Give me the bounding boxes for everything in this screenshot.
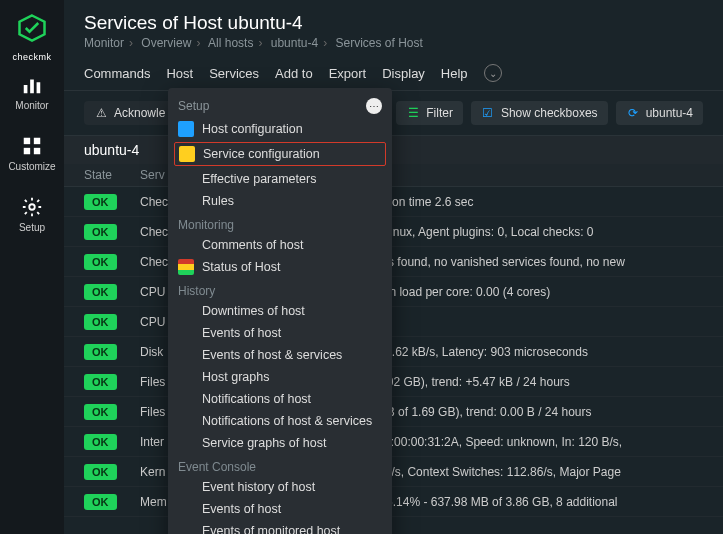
menu-addto[interactable]: Add to: [275, 66, 313, 81]
filter-label: Filter: [426, 106, 453, 120]
dropdown-item[interactable]: Service configuration: [174, 142, 386, 166]
host-label: ubuntu-4: [646, 106, 693, 120]
graph-icon: [178, 369, 194, 385]
dropdown-item[interactable]: Notifications of host & services: [168, 410, 392, 432]
show-checkboxes-button[interactable]: ☑ Show checkboxes: [471, 101, 608, 125]
main: Services of Host ubuntu-4 Monitor› Overv…: [64, 0, 723, 534]
evths-icon: [178, 347, 194, 363]
dropdown-item-label: Host configuration: [202, 122, 303, 136]
dropdown-section-title: Event Console: [168, 454, 392, 476]
state-badge: OK: [84, 434, 117, 450]
logo[interactable]: [12, 8, 52, 48]
table-header: State Serv y: [64, 164, 723, 187]
state-cell: OK: [84, 285, 140, 299]
evtlist-icon: [178, 501, 194, 517]
dropdown-item-label: Rules: [202, 194, 234, 208]
table-row[interactable]: OKCPUJ: 1.25%: [64, 307, 723, 337]
dropdown-item[interactable]: Rules: [168, 190, 392, 212]
bars-icon: [21, 74, 43, 96]
evtlist-icon: [178, 479, 194, 495]
table-row[interactable]: OKChecnitored services found, no vanishe…: [64, 247, 723, 277]
menu-services[interactable]: Services: [209, 66, 259, 81]
breadcrumb-item[interactable]: All hosts: [208, 36, 253, 50]
breadcrumb-item[interactable]: ubuntu-4: [271, 36, 318, 50]
state-cell: OK: [84, 375, 140, 389]
table-row[interactable]: OKCPUad: 0.01, 15 min load per core: 0.0…: [64, 277, 723, 307]
dropdown-item[interactable]: Event history of host: [168, 476, 392, 498]
dropdown-item-label: Effective parameters: [202, 172, 316, 186]
table-row[interactable]: OKFilessed (5.91 of 8.02 GB), trend: +5.…: [64, 367, 723, 397]
state-cell: OK: [84, 195, 140, 209]
state-cell: OK: [84, 255, 140, 269]
state-badge: OK: [84, 404, 117, 420]
svg-rect-5: [34, 138, 40, 144]
table-row[interactable]: OKFilessed (322.56 MB of 1.69 GB), trend…: [64, 397, 723, 427]
state-cell: OK: [84, 435, 140, 449]
breadcrumb-item[interactable]: Overview: [141, 36, 191, 50]
params-icon: [178, 171, 194, 187]
svg-rect-2: [30, 80, 34, 94]
acknowledge-label: Acknowle: [114, 106, 165, 120]
sidebar-item-label: Monitor: [15, 100, 48, 111]
service-table: State Serv y OKChecuccess, execution tim…: [64, 164, 723, 517]
dropdown-section-title: Monitoring: [168, 212, 392, 234]
dropdown-section-title: History: [168, 278, 392, 300]
svcgraph-icon: [178, 435, 194, 451]
dropdown-item[interactable]: Service graphs of host: [168, 432, 392, 454]
chevron-circle-icon[interactable]: ⌄: [484, 64, 502, 82]
dropdown-item[interactable]: Notifications of host: [168, 388, 392, 410]
dropdown-item[interactable]: Events of monitored host: [168, 520, 392, 534]
menu-export[interactable]: Export: [329, 66, 367, 81]
dropdown-item-label: Events of monitored host: [202, 524, 340, 534]
state-badge: OK: [84, 344, 117, 360]
dropdown-item[interactable]: Events of host: [168, 322, 392, 344]
table-row[interactable]: OKMemual memory: 16.14% - 637.98 MB of 3…: [64, 487, 723, 517]
logo-text: checkmk: [12, 52, 51, 62]
table-row[interactable]: OKDisk00 B/s, Write: 4.62 kB/s, Latency:…: [64, 337, 723, 367]
dropdown-item[interactable]: Events of host: [168, 498, 392, 520]
state-badge: OK: [84, 224, 117, 240]
evtlist-icon: [178, 523, 194, 534]
host-dropdown: Setup ⋯ Host configurationService config…: [168, 88, 392, 534]
state-badge: OK: [84, 314, 117, 330]
filter-button[interactable]: ☰ Filter: [396, 101, 463, 125]
svg-rect-4: [24, 138, 30, 144]
col-header-state[interactable]: State: [84, 168, 140, 182]
menu-host[interactable]: Host: [166, 66, 193, 81]
page-title: Services of Host ubuntu-4: [84, 12, 703, 34]
state-badge: OK: [84, 254, 117, 270]
table-row[interactable]: OKChecuccess, execution time 2.6 sec: [64, 187, 723, 217]
dropdown-item-label: Service configuration: [203, 147, 320, 161]
menubar: Commands Host Services Add to Export Dis…: [64, 56, 723, 91]
table-row[interactable]: OKChec2.1.0p11, OS: linux, Agent plugins…: [64, 217, 723, 247]
menu-display[interactable]: Display: [382, 66, 425, 81]
state-badge: OK: [84, 194, 117, 210]
dropdown-item[interactable]: Comments of host: [168, 234, 392, 256]
sidebar-item-setup[interactable]: Setup: [0, 184, 64, 245]
dropdown-item[interactable]: Downtimes of host: [168, 300, 392, 322]
host-button[interactable]: ⟳ ubuntu-4: [616, 101, 703, 125]
dropdown-item[interactable]: Events of host & services: [168, 344, 392, 366]
breadcrumb-item[interactable]: Services of Host: [335, 36, 422, 50]
state-cell: OK: [84, 345, 140, 359]
table-row[interactable]: OKKernCreations: 2.22/s, Context Switche…: [64, 457, 723, 487]
dropdown-item-label: Comments of host: [202, 238, 303, 252]
down-icon: [178, 303, 194, 319]
more-icon[interactable]: ⋯: [366, 98, 382, 114]
rules-icon: [178, 193, 194, 209]
menu-help[interactable]: Help: [441, 66, 468, 81]
state-cell: OK: [84, 495, 140, 509]
dropdown-item[interactable]: Effective parameters: [168, 168, 392, 190]
toolbar: ⚠ Acknowle ☰ Filter ☑ Show checkboxes ⟳ …: [64, 91, 723, 135]
acknowledge-button[interactable]: ⚠ Acknowle: [84, 101, 175, 125]
sidebar-item-customize[interactable]: Customize: [0, 123, 64, 184]
header: Services of Host ubuntu-4 Monitor› Overv…: [64, 0, 723, 56]
dropdown-item[interactable]: Status of Host: [168, 256, 392, 278]
menu-commands[interactable]: Commands: [84, 66, 150, 81]
sidebar-item-monitor[interactable]: Monitor: [0, 62, 64, 123]
breadcrumb-item[interactable]: Monitor: [84, 36, 124, 50]
dropdown-item[interactable]: Host graphs: [168, 366, 392, 388]
host-heading: ubuntu-4: [64, 135, 723, 164]
table-row[interactable]: OKInterp), MAC: 52:54:00:00:31:2A, Speed…: [64, 427, 723, 457]
dropdown-item[interactable]: Host configuration: [168, 118, 392, 140]
